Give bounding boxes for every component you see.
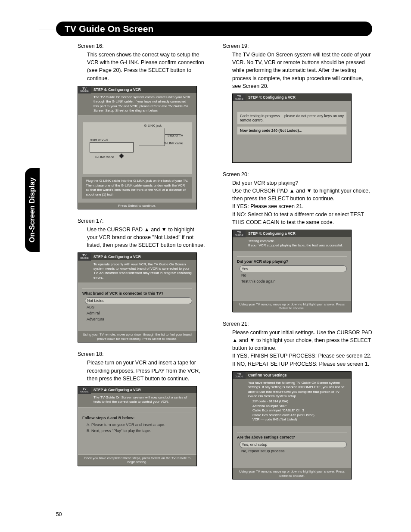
panel-question: Follow steps A and B below: bbox=[82, 413, 192, 420]
diag-vcr-label: front of VCR bbox=[90, 138, 108, 142]
screenshot-panel-18: TVGUIDE STEP 4: Configuring a VCR The TV… bbox=[78, 386, 197, 466]
option-no-repeat[interactable]: No, repeat setup process bbox=[240, 448, 347, 454]
panel-step: STEP 4: Configuring a VCR bbox=[246, 230, 351, 237]
option-yes-end[interactable]: Yes, end setup bbox=[240, 441, 347, 448]
screen-body: Did your VCR stop playing? Use the CURSO… bbox=[232, 179, 372, 226]
screen-label: Screen 17: bbox=[78, 217, 206, 225]
screen-body: Use the CURSOR PAD ▲ and ▼ to highlight … bbox=[87, 226, 206, 249]
panel-intro: The TV Guide On Screen system communicat… bbox=[78, 93, 196, 116]
screenshot-panel-17: TVGUIDE STEP 4: Configuring a VCR To ope… bbox=[78, 252, 197, 342]
left-column: Screen 16: This screen shows the correct… bbox=[56, 42, 206, 487]
panel-question: What brand of VCR is connected to this T… bbox=[82, 288, 192, 296]
side-tab: On-Screen Display bbox=[25, 168, 40, 252]
screen-19: Screen 19: The TV Guide On Screen system… bbox=[223, 42, 372, 163]
panel-intro: The TV Guide On Screen system will now c… bbox=[78, 394, 196, 408]
option-test-again[interactable]: Test this code again bbox=[240, 278, 347, 284]
screen-17: Screen 17: Use the CURSOR PAD ▲ and ▼ to… bbox=[56, 217, 206, 342]
screen-label: Screen 20: bbox=[223, 171, 372, 178]
panel-step: STEP 4: Configuring a VCR bbox=[246, 94, 351, 101]
right-column: Screen 19: The TV Guide On Screen system… bbox=[223, 42, 372, 487]
glink-diagram: G-LINK jack front of VCR back of TV G-LI… bbox=[82, 122, 192, 174]
panel-step: STEP 4: Configuring a VCR bbox=[91, 86, 196, 93]
diag-glink-jack: G-LINK jack bbox=[144, 124, 162, 128]
screen-body: Please confirm your initial settings. Us… bbox=[232, 329, 372, 368]
panel-note: Plug the G-LINK cable into the G-LINK ja… bbox=[82, 177, 192, 199]
step-a: A. Please turn on your VCR and insert a … bbox=[85, 422, 192, 428]
panel-question: Are the above settings correct? bbox=[237, 432, 347, 439]
screen-18: Screen 18: Please turn on your VCR and i… bbox=[56, 350, 206, 466]
panel-question: Did your VCR stop playing? bbox=[237, 256, 347, 264]
panel-footer: Press Select to continue. bbox=[78, 202, 196, 209]
screen-label: Screen 16: bbox=[78, 42, 206, 50]
tvguide-logo: TVGUIDE bbox=[78, 253, 91, 260]
screen-20: Screen 20: Did your VCR stop playing? Us… bbox=[223, 171, 372, 312]
panel-intro: You have entered the following TV Guide … bbox=[233, 379, 351, 427]
panel-hint: Using your TV remote, move up or down th… bbox=[78, 331, 196, 342]
section-title-bar: TV Guide On Screen bbox=[56, 22, 372, 36]
screenshot-panel-21: TVGUIDE Confirm Your Settings You have e… bbox=[232, 371, 352, 480]
screenshot-panel-20: TVGUIDE STEP 4: Configuring a VCR Testin… bbox=[232, 230, 352, 312]
tvguide-logo: TVGUIDE bbox=[233, 230, 246, 237]
step-b: B. Next, press "Play" to play the tape. bbox=[85, 428, 192, 434]
option-admiral[interactable]: Admiral bbox=[85, 310, 192, 316]
panel-step: STEP 4: Configuring a VCR bbox=[91, 386, 196, 393]
settings-list: ZIP code - 91914 (USA) Antenna on input … bbox=[248, 398, 347, 424]
panel-hint: Using your TV remote, move up or down to… bbox=[233, 301, 351, 312]
tvguide-logo: TVGUIDE bbox=[78, 386, 91, 394]
code-test-msg: Code testing in progress… please do not … bbox=[237, 112, 347, 124]
screen-body: The TV Guide On Screen system will test … bbox=[232, 51, 372, 90]
diag-cable-label: G-LINK cable bbox=[164, 141, 183, 145]
setting-cable: Cable Box on input "CABLE" Ch. 3 bbox=[252, 408, 347, 413]
panel-hint: Once you have completed these steps, pre… bbox=[78, 454, 196, 466]
panel-step: STEP 4: Configuring a VCR bbox=[91, 253, 196, 260]
option-yes[interactable]: Yes bbox=[240, 265, 347, 272]
screen-label: Screen 21: bbox=[223, 320, 372, 328]
setting-vcr: VCR — code 043 (Not Listed) bbox=[252, 417, 347, 422]
tvguide-logo: TVGUIDE bbox=[78, 86, 91, 93]
screenshot-panel-19: TVGUIDE STEP 4: Configuring a VCR Code t… bbox=[232, 93, 352, 163]
setting-zip: ZIP code - 91914 (USA) bbox=[252, 399, 347, 404]
page-number: 50 bbox=[56, 511, 62, 517]
screen-21: Screen 21: Please confirm your initial s… bbox=[223, 320, 372, 479]
tvguide-logo: TVGUIDE bbox=[233, 372, 246, 379]
screen-label: Screen 18: bbox=[78, 350, 206, 358]
tvguide-logo: TVGUIDE bbox=[233, 94, 246, 101]
screen-body: Please turn on your VCR and insert a tap… bbox=[87, 359, 206, 382]
section-title: TV Guide On Screen bbox=[65, 24, 154, 34]
panel-intro: To operate properly with your VCR, the T… bbox=[78, 261, 196, 283]
code-test-status: Now testing code 240 (Not Listed)… bbox=[237, 126, 347, 135]
screenshot-panel-16: TVGUIDE STEP 4: Configuring a VCR The TV… bbox=[78, 86, 197, 209]
setting-cbox: Cable Box selected code 472 (Not Listed) bbox=[252, 413, 347, 418]
option-no[interactable]: No bbox=[240, 272, 347, 278]
option-adventura[interactable]: Adventura bbox=[85, 316, 192, 322]
panel-step: Confirm Your Settings bbox=[246, 372, 351, 379]
screen-label: Screen 19: bbox=[223, 42, 372, 50]
option-abs[interactable]: ABS bbox=[85, 304, 192, 310]
panel-intro: Testing complete. If your VCR stopped pl… bbox=[233, 237, 351, 251]
option-not-listed[interactable]: Not Listed bbox=[85, 297, 192, 304]
panel-hint: Using your TV remote, move up or down to… bbox=[233, 468, 351, 479]
diag-wand-label: G-LINK wand bbox=[95, 155, 114, 159]
setting-ant: Antenna on input "AIR" bbox=[252, 404, 347, 409]
screen-body: This screen shows the correct way to set… bbox=[87, 51, 206, 82]
screen-16: Screen 16: This screen shows the correct… bbox=[56, 42, 206, 209]
